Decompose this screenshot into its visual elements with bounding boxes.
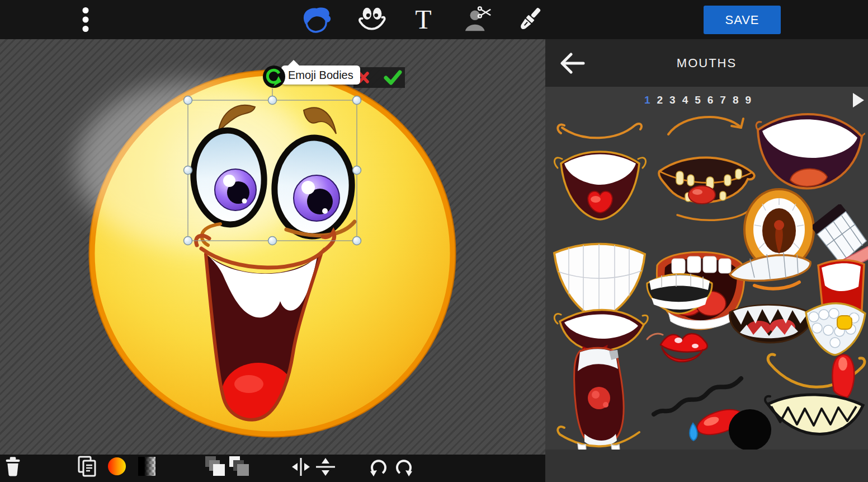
flip-vertical-icon[interactable] bbox=[314, 457, 337, 479]
mouth-option-tube-grin[interactable] bbox=[725, 245, 815, 293]
page-number-1[interactable]: 1 bbox=[644, 94, 650, 106]
face-tool-icon[interactable] bbox=[357, 4, 387, 35]
mouth-option-red-lips[interactable] bbox=[641, 324, 720, 368]
bring-forward-icon[interactable] bbox=[204, 455, 227, 480]
page-number-5[interactable]: 5 bbox=[695, 94, 701, 106]
mouths-panel: MOUTHS 123456789 bbox=[545, 39, 868, 482]
redo-icon[interactable] bbox=[393, 457, 414, 479]
page-number-9[interactable]: 9 bbox=[746, 94, 752, 106]
cancel-x-icon[interactable] bbox=[360, 73, 367, 82]
page-number-7[interactable]: 7 bbox=[720, 94, 726, 106]
panel-footer bbox=[545, 450, 868, 482]
page-number-2[interactable]: 2 bbox=[657, 94, 663, 106]
editor-canvas[interactable]: Emoji Bodies bbox=[0, 39, 545, 455]
bottom-toolbar: Normal bbox=[0, 455, 545, 482]
trash-icon[interactable] bbox=[4, 455, 21, 480]
rotate-icon[interactable] bbox=[262, 64, 286, 89]
gradient-swatch-icon[interactable] bbox=[138, 456, 157, 479]
undo-icon[interactable] bbox=[368, 457, 389, 479]
page-number-4[interactable]: 4 bbox=[682, 94, 688, 106]
text-tool-icon[interactable]: T bbox=[408, 4, 438, 35]
panel-title: MOUTHS bbox=[545, 39, 868, 87]
page-number-6[interactable]: 6 bbox=[707, 94, 714, 106]
page-number-8[interactable]: 8 bbox=[733, 94, 739, 106]
svg-text:T: T bbox=[415, 5, 431, 34]
flip-horizontal-icon[interactable] bbox=[290, 457, 312, 479]
mouth-option-open-laugh[interactable] bbox=[550, 129, 650, 230]
selection-label: Emoji Bodies bbox=[281, 65, 360, 85]
cutout-tool-icon[interactable] bbox=[463, 4, 493, 35]
hair-tool-icon[interactable] bbox=[301, 4, 331, 35]
mouth-option-straight-grin[interactable] bbox=[641, 268, 717, 319]
paint-tool-icon[interactable] bbox=[515, 4, 545, 35]
back-arrow-icon[interactable] bbox=[558, 50, 586, 76]
duplicate-icon[interactable] bbox=[78, 456, 97, 479]
menu-kebab-icon[interactable] bbox=[78, 7, 93, 32]
panel-header: MOUTHS bbox=[545, 39, 868, 87]
top-toolbar: T SAVE bbox=[0, 0, 868, 39]
confirm-check-icon[interactable] bbox=[386, 72, 400, 83]
save-button[interactable]: SAVE bbox=[704, 6, 781, 34]
mouth-option-zigzag-grin[interactable] bbox=[762, 385, 868, 452]
canvas-emoji[interactable] bbox=[0, 39, 545, 455]
send-backward-icon[interactable] bbox=[228, 455, 251, 480]
color-swatch-icon[interactable] bbox=[107, 457, 126, 478]
page-number-3[interactable]: 3 bbox=[669, 94, 676, 106]
selection-confirm-bar bbox=[353, 67, 405, 88]
